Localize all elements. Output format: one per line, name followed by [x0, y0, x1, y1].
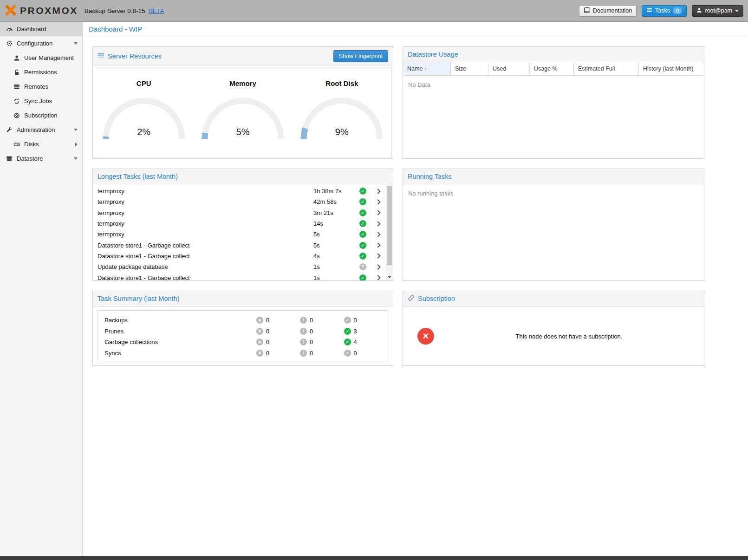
chevron-right-icon — [375, 232, 380, 237]
sidebar-item-configuration[interactable]: Configuration — [0, 36, 82, 51]
error-icon — [256, 350, 263, 357]
summary-row-prunes[interactable]: Prunes 0 0 3 — [98, 326, 388, 337]
archive-icon — [6, 156, 13, 162]
tasks-button[interactable]: Tasks 0 — [642, 5, 687, 17]
chevron-right-icon — [375, 242, 380, 247]
sidebar-item-label: Permissions — [24, 69, 57, 76]
task-status-icon — [359, 242, 366, 249]
warning-icon — [300, 339, 307, 345]
user-menu-button[interactable]: root@pam — [692, 5, 743, 17]
chevron-right-icon — [75, 143, 78, 146]
task-row[interactable]: termproxy 5s — [93, 229, 386, 240]
datastore-usage-column-headers: Name Size Used Usage % Estimated Full Hi… — [403, 62, 704, 76]
error-icon — [256, 339, 263, 345]
column-header-size[interactable]: Size — [451, 62, 488, 75]
datastore-usage-header: Datastore Usage — [403, 47, 704, 62]
sidebar-item-user-management[interactable]: User Management — [0, 51, 82, 65]
sidebar-item-label: User Management — [24, 54, 74, 61]
sidebar-item-label: Datastore — [17, 155, 43, 162]
sidebar-item-datastore[interactable]: Datastore — [0, 151, 82, 166]
sidebar-item-administration[interactable]: Administration — [0, 123, 82, 137]
open-task-button[interactable] — [370, 200, 386, 204]
topbar-actions: Documentation Tasks 0 root@pam — [579, 5, 743, 17]
ok-icon — [344, 339, 351, 345]
column-header-history[interactable]: History (last Month) — [639, 62, 704, 75]
show-fingerprint-button[interactable]: Show Fingerprint — [333, 50, 389, 62]
open-task-button[interactable] — [370, 254, 386, 258]
chevron-right-icon — [375, 275, 380, 280]
summary-row-backups[interactable]: Backups 0 0 0 — [98, 315, 388, 326]
product-name: Backup Server 0.8-15 — [85, 7, 145, 14]
warning-icon — [300, 328, 307, 335]
task-row[interactable]: Datastore store1 - Garbage collect 1s — [93, 272, 386, 280]
wrench-icon — [6, 127, 13, 133]
summary-row-garbage-collections[interactable]: Garbage collections 0 0 4 — [98, 337, 388, 348]
user-icon — [13, 55, 20, 61]
server-icon — [13, 84, 20, 90]
bottom-strip — [0, 556, 748, 560]
column-header-usage-pct[interactable]: Usage % — [530, 62, 574, 75]
open-task-button[interactable] — [370, 233, 386, 236]
root-disk-percentage: 9% — [298, 127, 386, 137]
sidebar-item-sync-jobs[interactable]: Sync Jobs — [0, 94, 82, 108]
summary-row-syncs[interactable]: Syncs 0 0 0 — [98, 348, 388, 359]
sidebar: Dashboard Configuration User Management … — [0, 22, 83, 556]
error-icon — [256, 328, 263, 335]
task-summary-header: Task Summary (last Month) — [93, 291, 393, 306]
task-row[interactable]: Update package database 1s — [93, 261, 386, 272]
task-row[interactable]: termproxy 14s — [93, 218, 386, 229]
open-task-button[interactable] — [370, 189, 386, 193]
brand-text: PROXMOX — [20, 5, 78, 16]
task-status-icon — [359, 188, 366, 195]
app-root: PROXMOX Backup Server 0.8-15 BETA Docume… — [0, 0, 748, 560]
chevron-right-icon — [375, 221, 380, 226]
longest-tasks-panel: Longest Tasks (last Month) termproxy 1h … — [92, 169, 393, 281]
column-header-used[interactable]: Used — [488, 62, 530, 75]
task-row[interactable]: termproxy 42m 58s — [93, 196, 386, 207]
open-task-button[interactable] — [370, 265, 386, 269]
column-header-estimated-full[interactable]: Estimated Full — [574, 62, 639, 75]
beta-link[interactable]: BETA — [149, 7, 164, 14]
sidebar-item-label: Disks — [24, 141, 39, 148]
task-status-icon — [359, 198, 366, 205]
scrollbar-thumb[interactable] — [387, 186, 392, 265]
panel-title: Datastore Usage — [408, 51, 458, 58]
sidebar-item-label: Remotes — [24, 83, 48, 90]
task-status-icon — [359, 274, 366, 280]
column-header-name[interactable]: Name — [403, 62, 451, 75]
server-resources-panel: Server Resources Show Fingerprint CPU 2%… — [92, 46, 393, 159]
chevron-down-icon — [74, 157, 78, 160]
open-task-button[interactable] — [370, 211, 386, 215]
datastore-usage-panel: Datastore Usage Name Size Used Usage % E… — [403, 46, 704, 159]
chevron-down-icon — [74, 129, 78, 131]
chevron-right-icon — [375, 199, 380, 204]
task-row[interactable]: termproxy 3m 21s — [93, 208, 386, 218]
support-icon — [13, 112, 20, 119]
topbar: PROXMOX Backup Server 0.8-15 BETA Docume… — [0, 0, 748, 22]
user-icon — [696, 7, 702, 14]
sidebar-item-subscription[interactable]: Subscription — [0, 108, 82, 123]
subscription-message: This node does not have a subscription. — [434, 333, 704, 340]
task-row[interactable]: termproxy 1h 38m 7s — [93, 186, 386, 196]
warning-icon — [300, 317, 307, 324]
panel-title: Subscription — [418, 295, 455, 302]
vertical-scrollbar[interactable] — [386, 185, 393, 280]
open-task-button[interactable] — [370, 243, 386, 247]
scrollbar-down-button[interactable] — [386, 273, 393, 280]
sidebar-item-disks[interactable]: Disks — [0, 137, 82, 151]
open-task-button[interactable] — [370, 222, 386, 226]
ticket-icon — [408, 294, 415, 303]
open-task-button[interactable] — [370, 276, 386, 280]
sidebar-item-remotes[interactable]: Remotes — [0, 79, 82, 94]
sidebar-item-permissions[interactable]: Permissions — [0, 65, 82, 79]
task-status-icon — [359, 220, 366, 227]
task-row[interactable]: Datastore store1 - Garbage collect 4s — [93, 251, 386, 261]
sidebar-item-dashboard[interactable]: Dashboard — [0, 22, 82, 36]
task-row[interactable]: Datastore store1 - Garbage collect 5s — [93, 240, 386, 250]
subscription-panel: Subscription This node does not have a s… — [403, 291, 704, 366]
documentation-button[interactable]: Documentation — [579, 5, 637, 17]
refresh-icon — [13, 98, 20, 104]
running-tasks-panel: Running Tasks No running tasks — [403, 169, 704, 281]
gears-icon — [6, 40, 13, 47]
sidebar-item-label: Configuration — [17, 40, 52, 47]
